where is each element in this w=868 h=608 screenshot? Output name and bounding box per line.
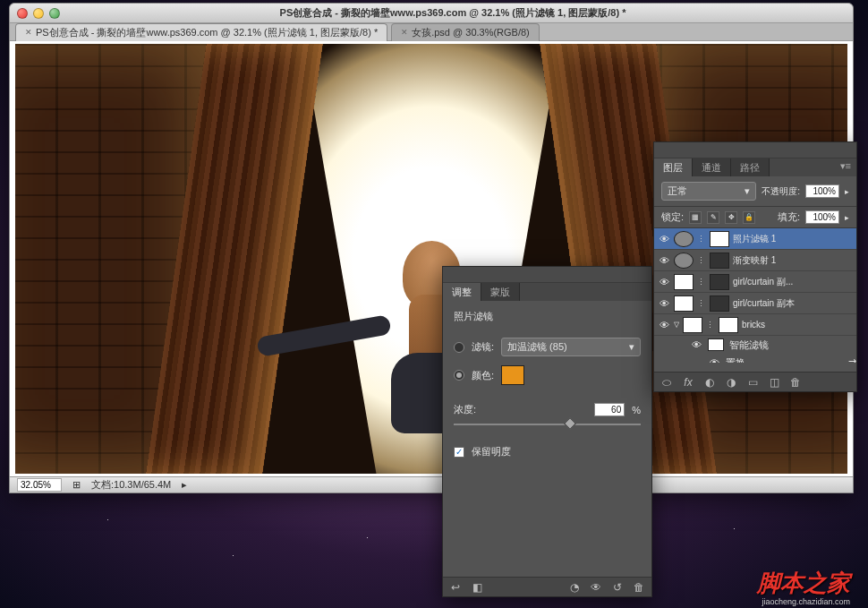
- tab-paths[interactable]: 路径: [731, 158, 770, 176]
- tab-adjustments[interactable]: 调整: [443, 283, 481, 301]
- tab-document-2[interactable]: ✕女孩.psd @ 30.3%(RGB/8): [391, 23, 540, 41]
- trash-icon[interactable]: 🗑: [632, 581, 646, 594]
- color-label: 颜色:: [472, 369, 494, 382]
- reset-icon[interactable]: ↺: [610, 581, 625, 594]
- tab-channels[interactable]: 通道: [693, 158, 731, 176]
- chevron-down-icon[interactable]: ▸: [845, 187, 849, 196]
- layer-row[interactable]: 👁 ⋮ girl/curtain 副...: [654, 271, 856, 293]
- chevron-down-icon: ▾: [629, 341, 634, 353]
- close-icon[interactable]: ✕: [25, 28, 32, 37]
- density-label: 浓度:: [454, 403, 476, 416]
- opacity-label: 不透明度:: [762, 185, 800, 198]
- mask-icon[interactable]: ◐: [702, 376, 717, 389]
- link-icon[interactable]: ⬭: [660, 376, 674, 389]
- layers-panel: 图层 通道 路径 ▾≡ 正常▾ 不透明度: ▸ 锁定: ▦ ✎ ✥ 🔒 填充: …: [653, 141, 857, 392]
- preserve-label: 保留明度: [472, 445, 511, 458]
- close-icon[interactable]: ✕: [401, 28, 408, 37]
- watermark-url: jiaocheng.chazidian.com: [762, 597, 850, 606]
- fill-label: 填充:: [778, 210, 800, 224]
- clip-icon[interactable]: ◔: [567, 581, 582, 594]
- filter-options-icon[interactable]: ⇄: [848, 357, 856, 364]
- smart-filter-row[interactable]: 👁 智能滤镜: [654, 336, 856, 354]
- eye-icon[interactable]: 👁: [589, 581, 603, 594]
- fill-input[interactable]: [805, 210, 839, 224]
- layer-row[interactable]: 👁 ⋮ 渐变映射 1: [654, 250, 856, 271]
- tab-document-1[interactable]: ✕PS创意合成 - 撕裂的墙壁www.ps369.com @ 32.1% (照片…: [15, 23, 387, 41]
- scroll-icon[interactable]: ⊞: [72, 479, 81, 491]
- adjust-tabs: 调整 蒙版: [443, 283, 651, 301]
- lock-transparency-icon[interactable]: ▦: [689, 211, 702, 224]
- visibility-icon[interactable]: 👁: [690, 339, 702, 350]
- preserve-checkbox[interactable]: ✓: [454, 447, 464, 458]
- blend-mode-dropdown[interactable]: 正常▾: [661, 182, 756, 201]
- watermark-logo: 脚本之家: [757, 568, 850, 599]
- chevron-down-icon[interactable]: ▸: [845, 213, 849, 222]
- trash-icon[interactable]: 🗑: [788, 376, 803, 389]
- visibility-icon[interactable]: 👁: [658, 234, 670, 244]
- panel-drag-handle[interactable]: [654, 142, 856, 158]
- visibility-icon[interactable]: 👁: [708, 357, 720, 363]
- density-input[interactable]: [594, 403, 625, 416]
- color-swatch[interactable]: [501, 365, 524, 385]
- adjustment-icon[interactable]: ◑: [724, 376, 738, 389]
- statusbar: ⊞ 文档:10.3M/65.4M ▸: [10, 476, 853, 492]
- group-icon[interactable]: ▭: [745, 376, 760, 389]
- density-slider[interactable]: [454, 424, 641, 425]
- radio-color[interactable]: [454, 370, 464, 381]
- visibility-icon[interactable]: 👁: [658, 277, 670, 287]
- fx-icon[interactable]: fx: [681, 376, 695, 389]
- chevron-down-icon: ▾: [745, 185, 750, 197]
- return-icon[interactable]: ↩: [448, 581, 463, 594]
- lock-position-icon[interactable]: ✥: [725, 211, 737, 224]
- filter-dropdown[interactable]: 加温滤镜 (85) ▾: [501, 338, 641, 356]
- doc-size: 文档:10.3M/65.4M: [91, 478, 171, 492]
- layer-row[interactable]: 👁 ▽ ⋮ bricks: [654, 314, 856, 336]
- tab-masks[interactable]: 蒙版: [481, 283, 520, 301]
- panel-drag-handle[interactable]: [443, 267, 651, 283]
- zoom-input[interactable]: [17, 478, 62, 492]
- visibility-icon[interactable]: 👁: [658, 298, 670, 309]
- adjust-title: 照片滤镜: [454, 310, 641, 323]
- filter-label: 滤镜:: [472, 340, 494, 354]
- lock-all-icon[interactable]: 🔒: [743, 211, 755, 224]
- radio-filter[interactable]: [454, 342, 464, 353]
- panel-menu-icon[interactable]: ▾≡: [835, 158, 856, 176]
- close-button[interactable]: [17, 8, 28, 19]
- visibility-icon[interactable]: 👁: [658, 255, 670, 266]
- twirl-icon[interactable]: ▽: [674, 321, 679, 329]
- layer-row[interactable]: 👁 ⋮ girl/curtain 副本: [654, 293, 856, 314]
- window-title: PS创意合成 - 撕裂的墙壁www.ps369.com @ 32.1% (照片滤…: [60, 6, 846, 20]
- adjust-footer: ↩ ◧ ◔ 👁 ↺ 🗑: [443, 577, 651, 596]
- adjustments-panel: 调整 蒙版 照片滤镜 滤镜: 加温滤镜 (85) ▾ 颜色: 浓度: % ✓: [442, 266, 652, 597]
- titlebar[interactable]: PS创意合成 - 撕裂的墙壁www.ps369.com @ 32.1% (照片滤…: [10, 4, 853, 23]
- document-tabbar: ✕PS创意合成 - 撕裂的墙壁www.ps369.com @ 32.1% (照片…: [10, 23, 853, 41]
- lock-label: 锁定:: [661, 210, 684, 224]
- tab-layers[interactable]: 图层: [654, 158, 693, 176]
- opacity-input[interactable]: [805, 184, 839, 198]
- lock-pixels-icon[interactable]: ✎: [707, 211, 719, 224]
- flyout-icon[interactable]: ▸: [182, 479, 187, 491]
- layers-footer: ⬭ fx ◐ ◑ ▭ ◫ 🗑: [654, 372, 856, 391]
- new-layer-icon[interactable]: ◫: [767, 376, 781, 389]
- displace-row[interactable]: 👁 置换 ⇄: [654, 354, 856, 363]
- expand-icon[interactable]: ◧: [470, 581, 484, 594]
- minimize-button[interactable]: [33, 8, 44, 19]
- layer-list: 👁 ⋮ 照片滤镜 1 👁 ⋮ 渐变映射 1 👁 ⋮ girl/curtain 副…: [654, 228, 856, 363]
- visibility-icon[interactable]: 👁: [658, 320, 670, 330]
- traffic-lights: [17, 8, 60, 19]
- zoom-button[interactable]: [49, 8, 60, 19]
- layer-row[interactable]: 👁 ⋮ 照片滤镜 1: [654, 228, 856, 250]
